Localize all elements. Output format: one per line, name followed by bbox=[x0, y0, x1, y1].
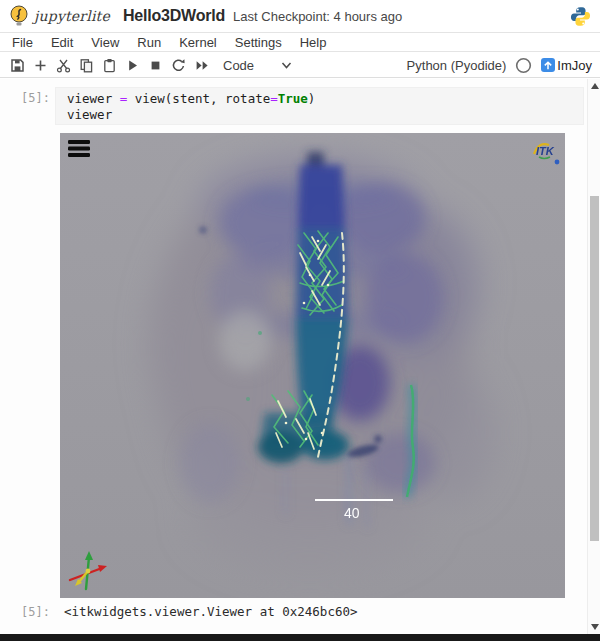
scale-bar-value: 40 bbox=[344, 505, 360, 521]
menu-kernel[interactable]: Kernel bbox=[170, 35, 226, 50]
save-button[interactable] bbox=[6, 55, 29, 76]
code-cell-editor[interactable]: viewer = view(stent, rotate=True) viewer bbox=[55, 87, 584, 125]
bottom-border-bar bbox=[0, 634, 600, 641]
volume-rendering[interactable]: 40 bbox=[60, 133, 565, 598]
menu-edit[interactable]: Edit bbox=[42, 35, 82, 50]
paste-cell-button[interactable] bbox=[98, 55, 121, 76]
kernel-name-button[interactable]: Python (Pyodide) bbox=[407, 58, 507, 73]
menu-settings[interactable]: Settings bbox=[226, 35, 291, 50]
cut-cell-button[interactable] bbox=[52, 55, 75, 76]
output-prompt: [5]: bbox=[0, 605, 50, 619]
menu-bar: File Edit View Run Kernel Settings Help bbox=[0, 34, 600, 52]
copy-cell-button[interactable] bbox=[75, 55, 98, 76]
code-line-2: viewer bbox=[67, 107, 583, 123]
jupyterlite-window: jupyterlite Hello3DWorld Last Checkpoint… bbox=[0, 0, 600, 641]
input-prompt: [5]: bbox=[0, 91, 50, 105]
play-icon bbox=[125, 58, 140, 73]
notebook-title[interactable]: Hello3DWorld bbox=[123, 7, 225, 25]
scissors-icon bbox=[56, 58, 71, 73]
menu-view[interactable]: View bbox=[82, 35, 128, 50]
jupyterlite-logo[interactable]: jupyterlite bbox=[9, 5, 110, 28]
scrollbar-down-icon[interactable] bbox=[591, 624, 599, 630]
stop-icon bbox=[148, 58, 163, 73]
insert-cell-button[interactable] bbox=[29, 55, 52, 76]
fast-forward-icon bbox=[194, 58, 210, 73]
kernel-status-icon[interactable] bbox=[515, 57, 532, 74]
output-repr: <itkwidgets.viewer.Viewer at 0x246bc60> bbox=[64, 604, 358, 619]
jupyterlite-wordmark: jupyterlite bbox=[34, 8, 110, 24]
code-line-1: viewer = view(stent, rotate=True) bbox=[67, 91, 583, 107]
chevron-down-icon bbox=[280, 59, 293, 71]
plus-icon bbox=[33, 58, 48, 73]
scrollbar-up-icon[interactable] bbox=[591, 83, 599, 89]
top-bar: jupyterlite Hello3DWorld Last Checkpoint… bbox=[0, 0, 600, 33]
viewer-menu-icon[interactable] bbox=[68, 140, 90, 157]
restart-icon bbox=[171, 58, 186, 73]
interrupt-kernel-button[interactable] bbox=[144, 55, 167, 76]
save-icon bbox=[10, 58, 25, 73]
copy-icon bbox=[79, 58, 94, 73]
restart-kernel-button[interactable] bbox=[167, 55, 190, 76]
notebook-panel: [5]: viewer = view(stent, rotate=True) v… bbox=[0, 79, 600, 634]
jupyterlite-bulb-icon bbox=[9, 5, 29, 28]
menu-help[interactable]: Help bbox=[291, 35, 336, 50]
imjoy-icon bbox=[541, 58, 555, 72]
cell-type-chevron[interactable] bbox=[280, 59, 293, 71]
menu-run[interactable]: Run bbox=[128, 35, 170, 50]
vertical-scrollbar[interactable] bbox=[587, 79, 600, 634]
cell-type-dropdown[interactable]: Code bbox=[223, 58, 254, 73]
notebook-toolbar: Code Python (Pyodide) ImJoy bbox=[0, 53, 600, 78]
python-logo-icon bbox=[570, 6, 591, 31]
restart-run-all-button[interactable] bbox=[190, 55, 213, 76]
imjoy-button[interactable]: ImJoy bbox=[541, 58, 592, 73]
imjoy-label: ImJoy bbox=[557, 58, 592, 73]
itk-logo-text: ITK bbox=[536, 145, 555, 157]
itk-3d-viewer[interactable]: 40 bbox=[60, 133, 565, 598]
menu-file[interactable]: File bbox=[3, 35, 42, 50]
run-cell-button[interactable] bbox=[121, 55, 144, 76]
checkpoint-status: Last Checkpoint: 4 hours ago bbox=[233, 9, 402, 24]
clipboard-icon bbox=[102, 58, 117, 73]
scrollbar-thumb[interactable] bbox=[590, 196, 599, 541]
